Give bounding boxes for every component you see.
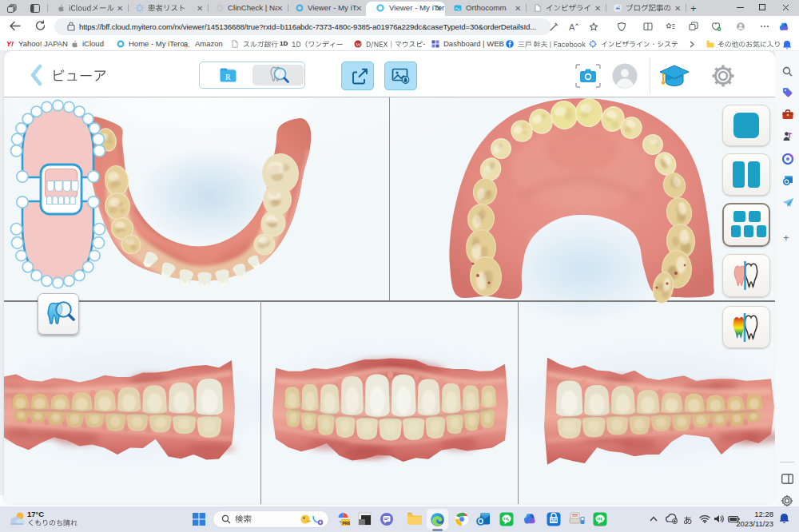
svg-text:R: R: [225, 73, 231, 81]
svg-text:PRE: PRE: [342, 521, 350, 526]
svg-text:A: A: [569, 22, 575, 32]
svg-text:W: W: [356, 42, 361, 48]
